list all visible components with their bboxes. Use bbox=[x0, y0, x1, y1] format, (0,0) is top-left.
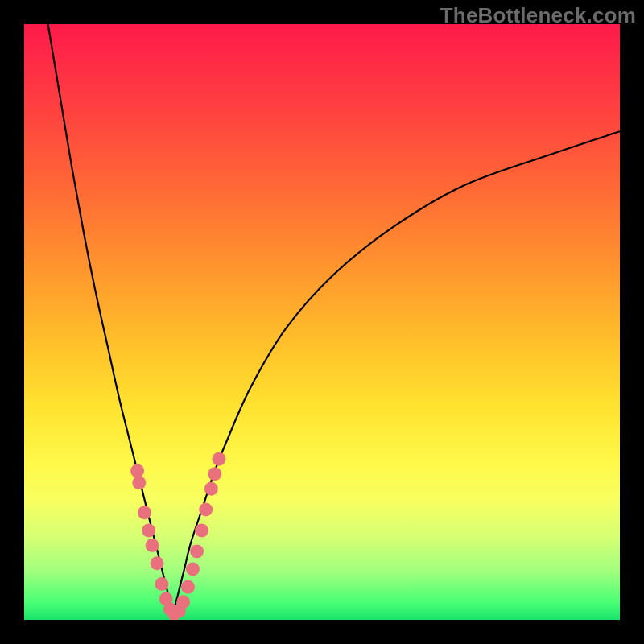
marker-point bbox=[142, 524, 155, 538]
marker-point bbox=[130, 464, 144, 478]
plot-area bbox=[24, 24, 620, 620]
marker-point bbox=[208, 467, 221, 481]
marker-point bbox=[186, 563, 200, 576]
marker-point bbox=[146, 539, 159, 552]
marker-point bbox=[132, 476, 146, 489]
marker-point bbox=[138, 506, 151, 519]
marker-point bbox=[176, 595, 190, 609]
curve-left-branch bbox=[48, 24, 173, 614]
marker-point bbox=[151, 556, 164, 570]
outer-frame: TheBottleneck.com bbox=[0, 0, 644, 644]
marker-point bbox=[204, 482, 218, 496]
marker-point bbox=[181, 580, 195, 594]
chart-svg bbox=[24, 24, 620, 620]
marker-point bbox=[212, 452, 225, 466]
marker-point bbox=[155, 577, 168, 591]
marker-point bbox=[195, 524, 208, 538]
marker-point bbox=[190, 544, 204, 558]
marker-point bbox=[199, 503, 213, 517]
watermark-text: TheBottleneck.com bbox=[440, 3, 636, 28]
curve-right-branch bbox=[173, 131, 620, 613]
